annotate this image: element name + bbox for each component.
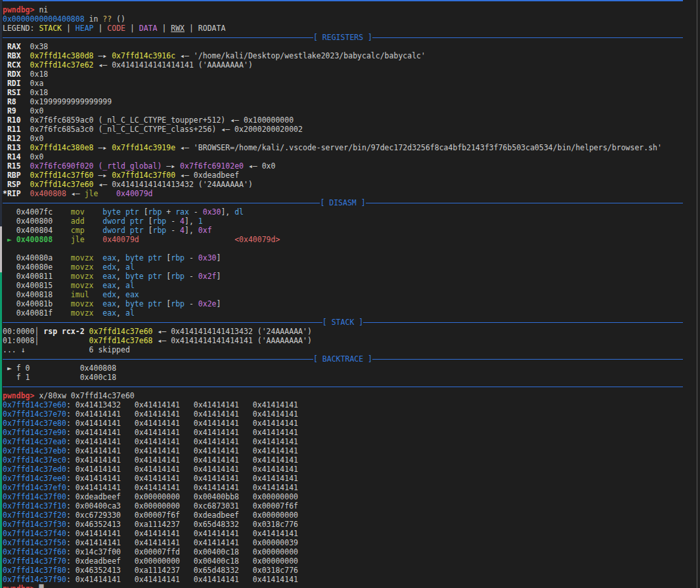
- text-segment: 0x7ffd14c37e68: [89, 336, 153, 345]
- text-segment: ]: [216, 253, 221, 262]
- text-segment: R14: [3, 152, 30, 161]
- separator-rule: [3, 322, 322, 323]
- right-border-line: [697, 0, 697, 588]
- scrollbar-thumb[interactable]: [0, 226, 2, 272]
- text-segment: rax: [175, 207, 189, 217]
- terminal-line: 0x40081b movzx eax, byte ptr [rbp - 0x2e…: [3, 299, 683, 308]
- text-segment: 0x7ffd14c37f00: [3, 492, 66, 501]
- text-segment: : 0x41413432 0x41414141 0x41414141 0x414…: [66, 400, 298, 410]
- text-segment: RODATA: [198, 24, 226, 33]
- text-segment: f 1 0x400c18: [3, 373, 116, 382]
- text-segment: : 0x41414141 0x41414141 0x41414141 0x414…: [66, 410, 298, 419]
- text-segment: ,: [116, 281, 125, 290]
- text-segment: R11: [3, 125, 30, 134]
- terminal: pwndbg> ni0x0000000000400808 in ?? ()LEG…: [0, 0, 700, 588]
- text-segment: ◂— 0xdeadbeef: [175, 171, 239, 180]
- text-segment: ►: [3, 235, 16, 244]
- separator-rule: [366, 203, 683, 203]
- text-segment: RBP: [3, 171, 30, 180]
- section-label: [ DISASM ]: [320, 198, 365, 207]
- terminal-line: [3, 244, 683, 253]
- text-segment: STACK: [39, 24, 62, 33]
- text-segment: : 0xdeadbeef 0x00000000 0x00400bb8 0x000…: [66, 492, 298, 501]
- text-segment: 0x40080e: [3, 262, 71, 272]
- text-segment: 4: [180, 226, 185, 235]
- text-segment: ◂—: [66, 189, 85, 198]
- text-segment: rbp: [171, 299, 185, 308]
- terminal-line: 0x7ffd14c37ee0: 0x41414141 0x41414141 0x…: [3, 474, 683, 483]
- text-segment: : 0x41414141 0x41414141 0x41414141 0x414…: [66, 419, 298, 428]
- text-segment: dl: [234, 207, 244, 217]
- terminal-line: 0x7ffd14c37f90: 0x41414141 0x41414141 0x…: [3, 575, 683, 584]
- text-segment: 0x0: [30, 106, 44, 116]
- terminal-line: LEGEND: STACK | HEAP | CODE | DATA | RWX…: [3, 24, 683, 33]
- text-segment: 0x7ffd14c37ea0: [3, 437, 66, 446]
- text-segment: 0x7ffd14c37e62: [30, 60, 94, 70]
- text-segment: 0x7ffd14c37f90: [3, 575, 66, 584]
- text-segment: |: [125, 24, 139, 33]
- text-segment: rbp: [153, 217, 167, 226]
- text-segment: R13: [3, 143, 30, 152]
- terminal-line: 0x40080a movzx eax, byte ptr [rbp - 0x30…: [3, 253, 683, 262]
- text-segment: 0x400815: [3, 281, 71, 290]
- text-segment: mov: [71, 207, 102, 217]
- terminal-line: RDX 0x18: [3, 70, 683, 79]
- text-segment: eax: [102, 308, 116, 318]
- text-segment: |: [62, 24, 76, 33]
- text-segment: ◂— 0x4141414141414141 ('AAAAAAAA'): [93, 60, 252, 70]
- terminal-line: R9 0x0: [3, 106, 683, 116]
- text-segment: ◂— 0x4141414141413432 ('24AAAAAA'): [93, 180, 252, 189]
- section-separator: [ STACK ]: [3, 318, 683, 327]
- terminal-line: 0x7ffd14c37e60: 0x41413432 0x41414141 0x…: [3, 400, 683, 410]
- section-separator: [ REGISTERS ]: [3, 33, 683, 42]
- text-segment: 0x0: [30, 134, 44, 143]
- text-segment: 0x7ffd14c37f10: [3, 501, 66, 511]
- text-segment: ◂— 'BROWSER=/home/kali/.vscode-server/bi…: [175, 143, 662, 152]
- terminal-line: pwndbg> ni: [3, 5, 683, 14]
- terminal-output[interactable]: pwndbg> ni0x0000000000400808 in ?? ()LEG…: [3, 5, 683, 588]
- terminal-line: R14 0x0: [3, 152, 683, 161]
- text-segment: 0x7ffd14c37f60: [30, 171, 94, 180]
- separator-rule: [3, 359, 313, 360]
- terminal-line: 0x400811 movzx eax, byte ptr [rbp - 0x2f…: [3, 272, 683, 281]
- terminal-line: 0x7ffd14c37f30: 0x46352413 0xa1114237 0x…: [3, 520, 683, 529]
- text-segment: 0x400800: [3, 217, 71, 226]
- text-segment: 4: [180, 217, 185, 226]
- text-segment: edx: [102, 290, 116, 299]
- text-segment: movzx: [71, 272, 102, 281]
- text-segment: : 0x46352413 0xa1114237 0x65d48332 0x031…: [66, 520, 298, 529]
- terminal-line: 0x7ffd14c37f20: 0xc6729330 0x00007f6f 0x…: [3, 511, 683, 520]
- text-segment: jle: [71, 235, 102, 244]
- text-segment: ◂— 0x0: [244, 161, 275, 171]
- text-segment: 1: [198, 217, 203, 226]
- terminal-line: 0x7ffd14c37f60: 0x14c37f00 0x00007ffd 0x…: [3, 547, 683, 556]
- separator-rule: [3, 37, 313, 38]
- text-segment: 0x7ffd14c3916c: [112, 51, 175, 60]
- text-segment: jle: [85, 189, 116, 198]
- terminal-line: 0x7ffd14c37f80: 0x46352413 0xa1114237 0x…: [3, 566, 683, 575]
- text-segment: R9: [3, 106, 30, 116]
- text-segment: ],: [221, 207, 234, 217]
- text-segment: al: [125, 308, 135, 318]
- text-segment: 0x7ffd14c37e80: [3, 419, 66, 428]
- text-segment: 0x400808: [30, 189, 66, 198]
- text-segment: eax: [125, 290, 139, 299]
- text-segment: add: [71, 217, 102, 226]
- separator-rule: [3, 387, 683, 387]
- text-segment: R15: [3, 161, 30, 171]
- text-segment: -: [185, 299, 198, 308]
- terminal-line: 0x40081f movzx eax, al: [3, 308, 683, 318]
- text-segment: 0x7ffd14c37f60: [3, 547, 66, 556]
- text-segment: 0x38: [30, 42, 49, 51]
- terminal-line: ... ↓ 6 skipped: [3, 345, 683, 354]
- text-segment: 0x7ffd14c37f80: [3, 566, 66, 575]
- text-segment: 0x18: [30, 70, 49, 79]
- text-segment: —▸: [93, 143, 112, 152]
- terminal-line: RBP 0x7ffd14c37f60 —▸ 0x7ffd14c37f00 ◂— …: [3, 171, 683, 180]
- text-segment: HEAP: [76, 24, 94, 33]
- text-segment: ],: [185, 217, 198, 226]
- text-segment: —▸: [93, 171, 112, 180]
- text-segment: : 0x41414141 0x41414141 0x41414141 0x000…: [66, 538, 298, 547]
- terminal-line: 0x7ffd14c37f70: 0xdeadbeef 0x00000000 0x…: [3, 556, 683, 566]
- text-segment: cmp: [71, 226, 102, 235]
